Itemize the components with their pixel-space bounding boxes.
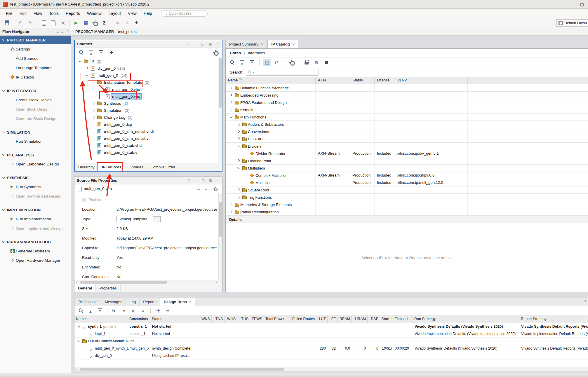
properties-horizontal-scrollbar[interactable]: ‹ › bbox=[74, 280, 222, 284]
flow-item[interactable]: IP Catalog bbox=[0, 72, 71, 82]
flow-section-header[interactable]: IMPLEMENTATION bbox=[0, 205, 71, 214]
runs-toolbar-icon[interactable] bbox=[110, 307, 119, 315]
cores-tab[interactable]: Cores bbox=[230, 51, 241, 55]
toolbar-button-icon[interactable] bbox=[49, 19, 57, 27]
catalog-toolbar-icon[interactable] bbox=[288, 59, 296, 66]
properties-vertical-scrollbar[interactable] bbox=[218, 193, 222, 280]
flow-item[interactable]: Open Block Design bbox=[0, 104, 71, 114]
scrollbar-thumb[interactable] bbox=[80, 368, 284, 371]
expand-chevron[interactable] bbox=[237, 188, 241, 192]
expand-chevron[interactable] bbox=[85, 73, 89, 77]
close-icon[interactable]: × bbox=[189, 300, 192, 304]
flow-item[interactable]: Open Implemented Design bbox=[0, 224, 71, 233]
runs-toolbar-icon[interactable] bbox=[163, 307, 171, 315]
expand-chevron[interactable] bbox=[237, 144, 241, 148]
scroll-left-arrow[interactable]: ‹ bbox=[74, 367, 79, 371]
catalog-toolbar-icon[interactable] bbox=[302, 59, 311, 66]
catalog-row[interactable]: Multiplier Production Included xilinx.co… bbox=[226, 179, 588, 186]
flow-navigator-tool-icon[interactable]: ? bbox=[67, 30, 69, 34]
sources-view-tab[interactable]: Hierarchy bbox=[75, 163, 98, 171]
catalog-row[interactable]: Trig Functions bbox=[226, 194, 588, 201]
column-header[interactable]: Start bbox=[380, 315, 393, 323]
expand-chevron[interactable] bbox=[229, 86, 233, 90]
source-tree-row[interactable]: div_gen_0 (16) bbox=[75, 65, 222, 72]
menu-item[interactable]: Window bbox=[83, 10, 105, 17]
flow-section-header[interactable]: IP INTEGRATOR bbox=[0, 86, 71, 95]
column-header[interactable]: Constraints bbox=[128, 315, 150, 323]
column-header[interactable]: WHS bbox=[225, 315, 237, 323]
panel-chrome-button[interactable]: ▢ bbox=[201, 42, 205, 46]
sources-toolbar-icon[interactable] bbox=[107, 49, 115, 56]
catalog-row[interactable]: Dividers bbox=[226, 143, 588, 150]
menu-item[interactable]: File bbox=[2, 10, 16, 17]
expand-chevron[interactable] bbox=[92, 108, 96, 112]
source-tree-row[interactable]: mult_gen_0_sim_netlist.vhdl bbox=[75, 128, 222, 135]
flow-item[interactable]: Settings bbox=[0, 44, 71, 54]
flow-section-header[interactable]: PROJECT MANAGER bbox=[0, 36, 71, 44]
source-tree-row[interactable]: Instantiation Template (2) bbox=[75, 79, 222, 86]
expand-chevron[interactable] bbox=[237, 159, 241, 163]
panel-chrome-button[interactable]: — bbox=[194, 42, 198, 46]
bottom-panel-tab[interactable]: Design Runs × bbox=[160, 298, 195, 306]
runs-toolbar-icon[interactable] bbox=[139, 307, 147, 315]
maximize-button[interactable]: ▢ bbox=[580, 2, 584, 7]
toolbar-button-icon[interactable] bbox=[72, 19, 80, 27]
sources-view-tab[interactable]: Compile Order bbox=[147, 163, 179, 171]
expand-chevron[interactable] bbox=[77, 324, 81, 329]
panel-chrome-button[interactable]: ▢ bbox=[201, 178, 205, 183]
back-icon[interactable] bbox=[196, 186, 201, 191]
catalog-toolbar-icon[interactable] bbox=[322, 59, 330, 66]
toolbar-button-icon[interactable] bbox=[109, 19, 113, 27]
flow-item[interactable]: Open Hardware Manager bbox=[0, 256, 71, 265]
catalog-row[interactable]: Divider Generator AXI4-Stream Production… bbox=[226, 150, 588, 157]
catalog-row[interactable]: Complex Multiplier AXI4-Stream Productio… bbox=[226, 172, 588, 179]
catalog-toolbar-icon[interactable] bbox=[228, 59, 236, 66]
column-header-status[interactable]: Status bbox=[350, 77, 375, 84]
catalog-toolbar-icon[interactable] bbox=[258, 59, 261, 66]
bottom-panel-tab[interactable]: Log × bbox=[126, 298, 140, 306]
enabled-checkbox[interactable] bbox=[82, 198, 86, 202]
flow-item[interactable]: Run Simulation bbox=[0, 137, 71, 146]
column-header[interactable]: DSP bbox=[368, 315, 380, 323]
catalog-row[interactable]: Embedded Processing bbox=[226, 92, 588, 99]
runs-toolbar-icon[interactable] bbox=[149, 307, 152, 315]
sources-toolbar-icon[interactable] bbox=[87, 49, 95, 56]
runs-toolbar-icon[interactable] bbox=[77, 307, 85, 315]
runs-horizontal-scrollbar[interactable]: ‹ › bbox=[74, 367, 588, 371]
column-header[interactable]: Report Strategy bbox=[519, 315, 588, 323]
column-header-license[interactable]: License bbox=[375, 77, 395, 84]
flow-item[interactable]: Add Sources bbox=[0, 54, 71, 63]
column-header[interactable]: URAM bbox=[352, 315, 368, 323]
catalog-row[interactable]: Memories & Storage Elements bbox=[226, 201, 588, 208]
expand-chevron[interactable] bbox=[92, 80, 96, 84]
close-icon[interactable]: × bbox=[261, 42, 263, 46]
run-row[interactable]: impl_1 constrs_1 Not started V bbox=[74, 330, 588, 338]
flow-item[interactable]: Generate Block Design bbox=[0, 114, 71, 123]
scrollbar-thumb[interactable] bbox=[219, 202, 222, 237]
sources-view-tab[interactable]: IP Sources bbox=[98, 163, 125, 171]
column-header[interactable]: THS bbox=[237, 315, 250, 323]
column-header[interactable]: Status bbox=[150, 315, 199, 323]
source-tree-row[interactable]: Synthesis (3) bbox=[75, 100, 222, 107]
runs-toolbar-icon[interactable] bbox=[86, 307, 95, 315]
expand-chevron[interactable] bbox=[237, 166, 241, 170]
source-tree-row[interactable]: mult_gen_0_sim_netlist.v bbox=[75, 135, 222, 142]
column-header[interactable]: Name bbox=[74, 315, 128, 323]
toolbar-button-icon[interactable] bbox=[81, 19, 90, 27]
flow-item[interactable]: Run Implementation bbox=[0, 214, 71, 224]
toolbar-button-icon[interactable] bbox=[3, 19, 11, 27]
expand-chevron[interactable] bbox=[229, 210, 233, 214]
flow-item[interactable]: Generate Bitstream bbox=[0, 246, 71, 256]
runs-toolbar-icon[interactable] bbox=[120, 307, 128, 315]
column-header[interactable]: FF bbox=[328, 315, 338, 323]
properties-view-tab[interactable]: Properties bbox=[96, 284, 120, 292]
column-header[interactable]: BRAM bbox=[338, 315, 352, 323]
catalog-toolbar-icon[interactable] bbox=[238, 59, 246, 66]
source-tree-row[interactable]: IP (2) bbox=[75, 58, 222, 65]
expand-chevron[interactable] bbox=[78, 59, 82, 63]
catalog-row[interactable]: Math Functions bbox=[226, 114, 588, 121]
sources-view-tab[interactable]: Libraries bbox=[125, 163, 147, 171]
column-header[interactable]: TPWS bbox=[250, 315, 264, 323]
run-row[interactable]: mult_gen_0_synth_1 mult_gen_0 synth_desi… bbox=[74, 345, 588, 352]
column-header[interactable]: TNS bbox=[212, 315, 225, 323]
